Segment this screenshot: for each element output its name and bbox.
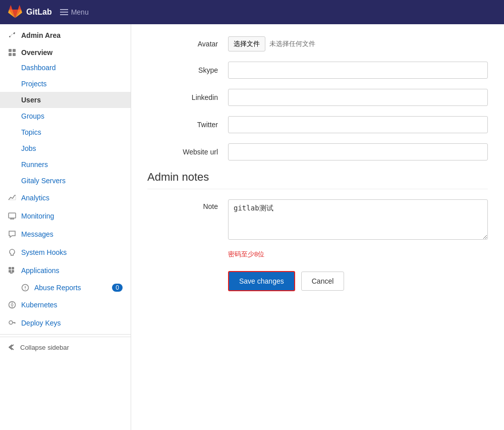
messages-label: Messages [21,230,53,238]
svg-point-22 [11,304,13,306]
abuse-reports-label: Abuse Reports [34,284,81,292]
sidebar-applications[interactable]: Applications [0,261,131,280]
sidebar-deploy-keys[interactable]: Deploy Keys [0,314,131,332]
skype-control [228,62,488,79]
navbar-brand-text: GitLab [26,8,52,17]
svg-point-25 [9,321,13,325]
sidebar-item-users[interactable]: Users [0,92,131,108]
sidebar-monitoring[interactable]: Monitoring [0,207,131,225]
overview-icon [8,48,16,57]
sidebar: Admin Area Overview Dashboard Projects U… [0,24,131,430]
choose-file-button[interactable]: 选择文件 [228,36,265,51]
navbar-menu-label: Menu [71,8,89,16]
analytics-label: Analytics [21,194,49,202]
gitlab-logo-icon [8,5,22,19]
sidebar-item-jobs[interactable]: Jobs [0,140,131,156]
hamburger-icon [60,9,68,15]
collapse-sidebar-button[interactable]: Collapse sidebar [0,337,131,357]
skype-label: Skype [147,66,228,74]
avatar-label: Avatar [147,40,228,48]
sidebar-abuse-reports[interactable]: Abuse Reports 0 [0,280,131,296]
save-changes-button[interactable]: Save changes [228,271,295,291]
messages-icon [8,230,16,238]
svg-rect-0 [60,9,68,10]
admin-area-header: Admin Area [0,24,131,43]
user-form: Avatar 选择文件 未选择任何文件 Skype Linkedin [147,36,488,291]
svg-rect-17 [10,273,13,274]
navbar: GitLab Menu [0,0,504,24]
system-hooks-label: System Hooks [21,248,67,256]
skype-input[interactable] [228,62,488,79]
avatar-control: 选择文件 未选择任何文件 [228,36,488,51]
sidebar-item-topics[interactable]: Topics [0,124,131,140]
overview-group[interactable]: Overview [0,43,131,60]
system-hooks-icon [8,248,16,256]
applications-label: Applications [21,266,60,275]
no-file-selected-text: 未选择任何文件 [269,39,315,48]
svg-rect-15 [9,270,11,273]
monitoring-icon [8,212,16,220]
svg-rect-5 [9,53,12,56]
sidebar-divider [0,334,131,335]
sidebar-item-projects[interactable]: Projects [0,76,131,92]
admin-notes-title: Admin notes [147,171,488,189]
deploy-keys-label: Deploy Keys [21,319,61,327]
linkedin-control [228,89,488,106]
sidebar-item-dashboard[interactable]: Dashboard [0,60,131,76]
wrench-icon [8,31,16,39]
twitter-input[interactable] [228,116,488,133]
note-control: gitlab测试 [228,199,488,240]
svg-rect-4 [13,49,16,52]
svg-rect-9 [9,213,16,218]
linkedin-input[interactable] [228,89,488,106]
sidebar-system-hooks[interactable]: System Hooks [0,243,131,261]
navbar-menu-button[interactable]: Menu [60,8,89,16]
svg-point-20 [25,289,26,290]
app-layout: Admin Area Overview Dashboard Projects U… [0,24,504,430]
abuse-reports-badge: 0 [112,284,123,292]
applications-icon [8,266,16,275]
form-actions: Save changes Cancel [147,271,488,291]
svg-rect-3 [9,49,12,52]
navbar-logo[interactable]: GitLab [8,5,52,19]
kubernetes-label: Kubernetes [21,301,58,309]
skype-row: Skype [147,62,488,79]
kubernetes-icon [8,301,16,309]
website-url-row: Website url [147,143,488,160]
twitter-control [228,116,488,133]
error-container: 密码至少8位 [147,250,488,259]
admin-area-label: Admin Area [21,31,61,39]
analytics-icon [8,194,16,202]
sidebar-analytics[interactable]: Analytics [0,189,131,207]
collapse-sidebar-label: Collapse sidebar [20,344,69,351]
svg-rect-13 [9,267,11,270]
cancel-button[interactable]: Cancel [301,272,345,291]
sidebar-messages[interactable]: Messages [0,225,131,243]
note-textarea[interactable]: gitlab测试 [228,199,488,240]
monitoring-label: Monitoring [21,212,54,220]
svg-rect-2 [60,14,68,15]
svg-rect-6 [13,53,16,56]
website-url-control [228,143,488,160]
collapse-icon [8,343,16,351]
avatar-row: Avatar 选择文件 未选择任何文件 [147,36,488,51]
sidebar-kubernetes[interactable]: Kubernetes [0,296,131,314]
svg-rect-14 [12,267,14,270]
sidebar-item-runners[interactable]: Runners [0,156,131,173]
abuse-reports-icon [21,284,29,292]
sidebar-item-gitaly-servers[interactable]: Gitaly Servers [0,173,131,189]
sidebar-item-groups[interactable]: Groups [0,108,131,124]
website-url-input[interactable] [228,143,488,160]
twitter-label: Twitter [147,121,228,129]
linkedin-label: Linkedin [147,93,228,101]
svg-rect-16 [12,270,14,273]
note-label: Note [147,199,228,210]
note-row: Note gitlab测试 [147,199,488,240]
overview-label: Overview [21,48,52,57]
website-url-label: Website url [147,148,228,156]
linkedin-row: Linkedin [147,89,488,106]
twitter-row: Twitter [147,116,488,133]
error-message: 密码至少8位 [228,250,264,258]
deploy-keys-icon [8,319,16,327]
svg-rect-1 [60,12,68,13]
